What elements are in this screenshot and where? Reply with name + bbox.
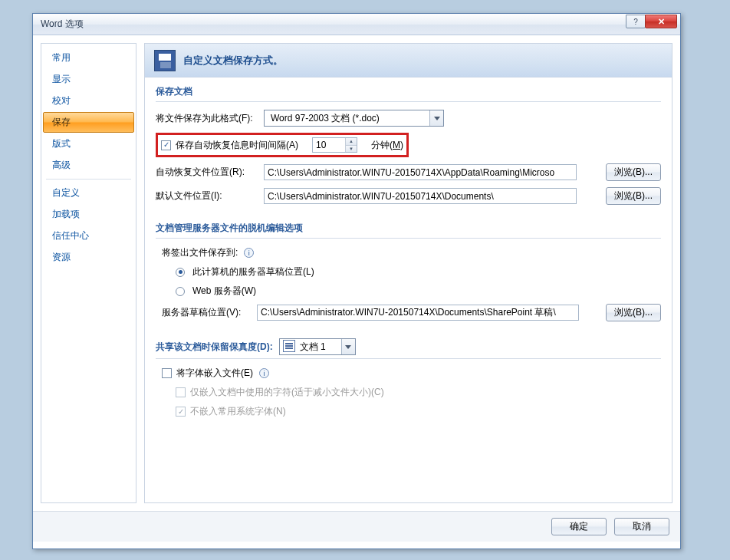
options-dialog: Word 选项 ? ✕ 常用 显示 校对 保存 版式 高级 自定义 加载项 信任…: [32, 13, 681, 549]
help-icon[interactable]: i: [244, 248, 254, 258]
embed-used-only-checkbox: [176, 387, 186, 397]
embed-fonts-checkbox[interactable]: [162, 368, 172, 378]
save-section: 保存文档 将文件保存为此格式(F): Word 97-2003 文档 (*.do…: [145, 77, 672, 214]
autorecover-label: 保存自动恢复信息时间间隔(A): [176, 139, 298, 152]
header-text: 自定义文档保存方式。: [183, 54, 283, 68]
draft-loc-label: 服务器草稿位置(V):: [162, 306, 252, 319]
embed-fonts-row: 将字体嵌入文件(E) i: [162, 367, 661, 380]
close-button[interactable]: ✕: [645, 15, 677, 28]
sidebar-item-trust[interactable]: 信任中心: [43, 226, 134, 246]
sidebar-item-proofing[interactable]: 校对: [43, 91, 134, 111]
format-dropdown[interactable]: Word 97-2003 文档 (*.doc): [264, 110, 444, 127]
sidebar-separator: [46, 179, 131, 180]
radio-local-label: 此计算机的服务器草稿位置(L): [192, 265, 314, 278]
fidelity-doc-dropdown[interactable]: 文档 1: [279, 338, 356, 355]
sidebar-item-general[interactable]: 常用: [43, 48, 134, 68]
autorecover-loc-input[interactable]: [264, 164, 577, 180]
dialog-footer: 确定 取消: [33, 511, 680, 542]
minutes-label: 分钟(M): [371, 139, 403, 152]
radio-web-row: Web 服务器(W): [176, 285, 661, 298]
checkout-label: 将签出文件保存到:: [162, 246, 238, 259]
dialog-title: Word 选项: [41, 18, 84, 31]
radio-local[interactable]: [176, 268, 185, 277]
autorecover-highlight: 保存自动恢复信息时间间隔(A) ▲ ▼ 分钟(M): [156, 133, 409, 157]
default-loc-label: 默认文件位置(I):: [156, 189, 259, 203]
embed-fonts-label: 将字体嵌入文件(E): [176, 367, 253, 380]
format-value: Word 97-2003 文档 (*.doc): [265, 112, 429, 125]
sidebar-item-layout[interactable]: 版式: [43, 133, 134, 154]
draft-loc-row: 服务器草稿位置(V): 浏览(B)...: [156, 304, 661, 321]
embed-used-only-label: 仅嵌入文档中使用的字符(适于减小文件大小)(C): [190, 386, 384, 399]
chevron-down-icon: [341, 339, 355, 354]
dialog-body: 常用 显示 校对 保存 版式 高级 自定义 加载项 信任中心 资源 自定义文档保…: [33, 35, 680, 511]
help-icon[interactable]: i: [259, 368, 269, 378]
sidebar-item-advanced[interactable]: 高级: [43, 155, 134, 176]
category-sidebar: 常用 显示 校对 保存 版式 高级 自定义 加载项 信任中心 资源: [41, 43, 136, 503]
fidelity-doc-name: 文档 1: [298, 341, 341, 354]
sidebar-item-customize[interactable]: 自定义: [43, 183, 134, 203]
cancel-button[interactable]: 取消: [614, 518, 669, 535]
radio-web-label: Web 服务器(W): [192, 285, 256, 298]
format-label: 将文件保存为此格式(F):: [156, 112, 259, 125]
offline-section: 文档管理服务器文件的脱机编辑选项 将签出文件保存到: i 此计算机的服务器草稿位…: [145, 214, 672, 331]
autorecover-row: 保存自动恢复信息时间间隔(A) ▲ ▼ 分钟(M): [156, 133, 661, 157]
offline-section-title: 文档管理服务器文件的脱机编辑选项: [156, 222, 661, 239]
draft-loc-input[interactable]: [257, 305, 579, 321]
chevron-down-icon: [429, 110, 443, 126]
sidebar-item-display[interactable]: 显示: [43, 69, 134, 90]
browse-autorecover-button[interactable]: 浏览(B)...: [606, 163, 661, 181]
save-icon: [154, 50, 176, 71]
fidelity-section-title: 共享该文档时保留保真度(D): 文档 1: [156, 338, 661, 359]
browse-draft-button[interactable]: 浏览(B)...: [606, 304, 661, 321]
content-pane: 自定义文档保存方式。 保存文档 将文件保存为此格式(F): Word 97-20…: [144, 43, 672, 503]
embed-used-only-row: 仅嵌入文档中使用的字符(适于减小文件大小)(C): [176, 386, 661, 399]
save-section-title: 保存文档: [156, 85, 661, 102]
checkout-label-row: 将签出文件保存到: i: [162, 246, 661, 259]
help-button[interactable]: ?: [626, 15, 646, 28]
sidebar-item-save[interactable]: 保存: [43, 112, 134, 133]
radio-web[interactable]: [176, 287, 185, 296]
document-icon: [283, 340, 295, 352]
fidelity-section: 共享该文档时保留保真度(D): 文档 1 将字体嵌入文件(E) i 仅嵌入文档中…: [145, 331, 672, 427]
autorecover-loc-row: 自动恢复文件位置(R): 浏览(B)...: [156, 163, 661, 181]
format-row: 将文件保存为此格式(F): Word 97-2003 文档 (*.doc): [156, 110, 661, 127]
ok-button[interactable]: 确定: [551, 518, 607, 535]
default-loc-row: 默认文件位置(I): 浏览(B)...: [156, 187, 661, 205]
radio-local-row: 此计算机的服务器草稿位置(L): [176, 265, 661, 278]
autorecover-loc-label: 自动恢复文件位置(R):: [156, 166, 259, 179]
autorecover-value-input[interactable]: [313, 138, 345, 152]
autorecover-checkbox[interactable]: [161, 140, 171, 150]
window-buttons: ? ✕: [626, 15, 677, 28]
content-header: 自定义文档保存方式。: [145, 44, 672, 77]
browse-default-button[interactable]: 浏览(B)...: [606, 187, 661, 205]
spinner-down[interactable]: ▼: [346, 146, 357, 153]
no-common-sys-label: 不嵌入常用系统字体(N): [190, 405, 286, 418]
autorecover-spinner[interactable]: ▲ ▼: [312, 137, 357, 153]
default-loc-input[interactable]: [264, 188, 577, 204]
sidebar-item-addins[interactable]: 加载项: [43, 204, 134, 225]
sidebar-item-resources[interactable]: 资源: [43, 247, 134, 268]
spinner-up[interactable]: ▲: [346, 138, 357, 146]
titlebar: Word 选项 ? ✕: [33, 14, 680, 35]
no-common-sys-checkbox: [176, 407, 186, 417]
no-common-sys-row: 不嵌入常用系统字体(N): [176, 405, 661, 418]
